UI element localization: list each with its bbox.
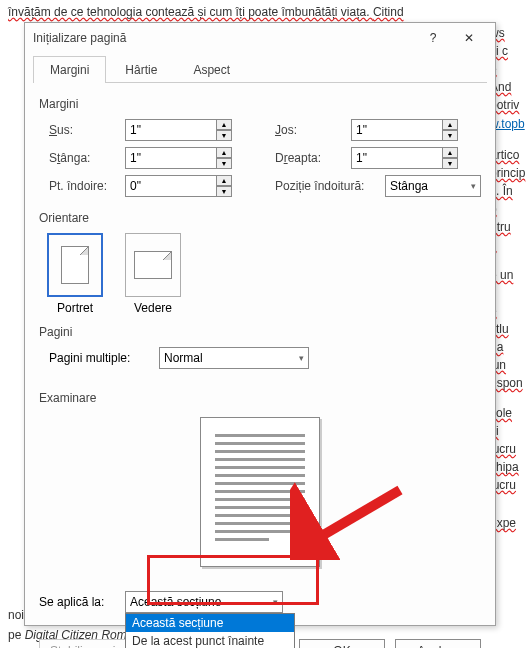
aplica-dropdown: Această secțiune De la acest punct înain… (125, 613, 295, 648)
landscape-icon (134, 251, 172, 279)
group-examinare-label: Examinare (39, 391, 481, 405)
document-background: învățăm de ce tehnologia contează și cum… (0, 0, 526, 24)
spin-down[interactable]: ▼ (216, 186, 232, 197)
spin-up[interactable]: ▲ (442, 147, 458, 158)
orientation-landscape[interactable]: Vedere (125, 233, 181, 315)
input-sus[interactable] (125, 119, 217, 141)
close-icon: ✕ (464, 31, 474, 45)
input-dreapta[interactable] (351, 147, 443, 169)
input-stanga[interactable] (125, 147, 217, 169)
close-button[interactable]: ✕ (451, 24, 487, 52)
input-indoire[interactable] (125, 175, 217, 197)
ok-button[interactable]: OK (299, 639, 385, 648)
cancel-button[interactable]: Anulare (395, 639, 481, 648)
spin-down[interactable]: ▼ (216, 158, 232, 169)
spin-up[interactable]: ▲ (216, 119, 232, 130)
spin-up[interactable]: ▲ (216, 147, 232, 158)
spin-up[interactable]: ▲ (442, 119, 458, 130)
label-aplica: Se aplică la: (39, 595, 125, 609)
help-button[interactable]: ? (415, 24, 451, 52)
chevron-down-icon: ▾ (273, 597, 278, 607)
label-dreapta: Dreapta: (275, 151, 351, 165)
doc-text: învățăm de ce tehnologia contează și cum… (8, 5, 373, 19)
label-sus: SSus:us: (49, 123, 125, 137)
titlebar: Inițializare pagină ? ✕ (25, 23, 495, 53)
dialog-title: Inițializare pagină (33, 31, 415, 45)
tab-aspect[interactable]: Aspect (176, 56, 247, 83)
spin-down[interactable]: ▼ (216, 130, 232, 141)
label-stanga: Stânga: (49, 151, 125, 165)
spin-down[interactable]: ▼ (442, 158, 458, 169)
group-pagini-label: Pagini (39, 325, 481, 339)
label-jos: Jos: (275, 123, 351, 137)
group-orientare-label: Orientare (39, 211, 481, 225)
page-preview (200, 417, 320, 567)
label-poz-indoire: Poziție îndoitură: (275, 179, 385, 193)
select-pagini-multiple[interactable]: Normal▾ (159, 347, 309, 369)
select-aplica[interactable]: Această secțiune▾ (125, 591, 283, 613)
select-poz-indoire[interactable]: Stânga▾ (385, 175, 481, 197)
chevron-down-icon: ▾ (471, 181, 476, 191)
page-setup-dialog: Inițializare pagină ? ✕ Margini Hârtie A… (24, 22, 496, 626)
spin-up[interactable]: ▲ (216, 175, 232, 186)
tab-hartie[interactable]: Hârtie (108, 56, 174, 83)
portrait-icon (61, 246, 89, 284)
input-jos[interactable] (351, 119, 443, 141)
tab-margini[interactable]: Margini (33, 56, 106, 83)
spin-down[interactable]: ▼ (442, 130, 458, 141)
chevron-down-icon: ▾ (299, 353, 304, 363)
label-indoire: Pt. îndoire: (49, 179, 125, 193)
set-default-button[interactable]: Stabilire ca im (39, 639, 136, 648)
group-margini-label: Margini (39, 97, 481, 111)
tabs: Margini Hârtie Aspect (33, 55, 487, 83)
dropdown-option[interactable]: De la acest punct înainte (126, 632, 294, 648)
orientation-portrait[interactable]: Portret (47, 233, 103, 315)
label-pagini-multiple: Pagini multiple: (49, 351, 159, 365)
dropdown-option[interactable]: Această secțiune (126, 614, 294, 632)
